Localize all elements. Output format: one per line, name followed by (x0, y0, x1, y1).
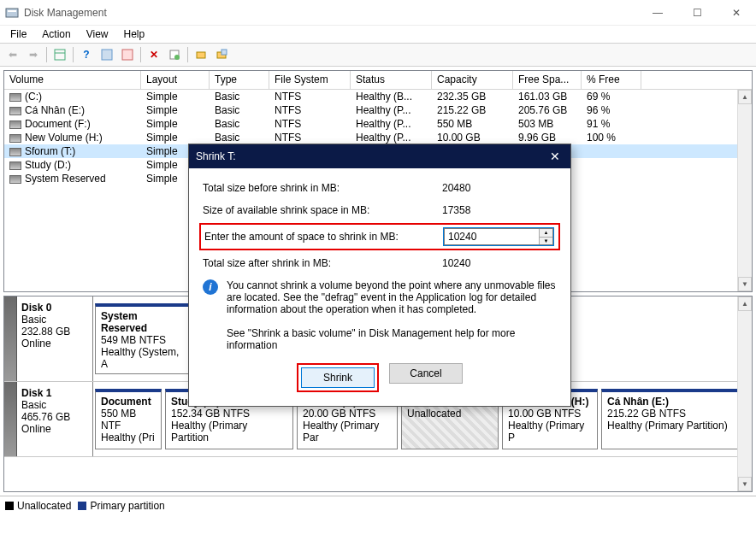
action2-icon[interactable] (212, 45, 231, 64)
total-after-value (442, 257, 545, 269)
col-volume[interactable]: Volume (4, 71, 141, 89)
svg-point-7 (174, 55, 180, 60)
legend-unallocated: Unallocated (17, 500, 71, 512)
col-filesystem[interactable]: File System (269, 71, 351, 89)
maximize-button[interactable]: ☐ (677, 0, 717, 25)
col-freespace[interactable]: Free Spa... (513, 71, 582, 89)
col-pctfree[interactable]: % Free (582, 71, 641, 89)
dialog-title: Shrink T: (196, 150, 546, 162)
app-icon (5, 6, 19, 20)
back-icon: ⬅ (3, 45, 22, 64)
drive-icon (9, 134, 21, 143)
col-type[interactable]: Type (210, 71, 269, 89)
shrink-button[interactable]: Shrink (301, 367, 375, 388)
volume-row[interactable]: Cá Nhân (E:)SimpleBasicNTFSHealthy (P...… (4, 103, 752, 117)
drive-icon (9, 93, 21, 102)
info-text-1: You cannot shrink a volume beyond the po… (227, 279, 557, 315)
volume-row[interactable]: Document (F:)SimpleBasicNTFSHealthy (P..… (4, 117, 752, 131)
total-before-label: Total size before shrink in MB: (203, 182, 442, 194)
cancel-button[interactable]: Cancel (389, 363, 463, 384)
menu-help[interactable]: Help (117, 26, 152, 42)
properties-icon[interactable] (165, 45, 184, 64)
disk-header[interactable]: Disk 0Basic232.88 GBOnline (4, 296, 93, 381)
settings-icon[interactable] (97, 45, 116, 64)
shrink-amount-stepper[interactable]: ▲ ▼ (444, 228, 553, 245)
svg-rect-5 (122, 50, 133, 60)
drive-icon (9, 107, 21, 115)
col-layout[interactable]: Layout (141, 71, 210, 89)
legend-primary: Primary partition (90, 500, 164, 512)
volume-header-row: Volume Layout Type File System Status Ca… (4, 71, 752, 90)
minimize-button[interactable]: — (638, 0, 677, 25)
forward-icon: ➡ (24, 45, 43, 64)
available-value (442, 204, 545, 216)
menu-action[interactable]: Action (35, 26, 77, 42)
menubar: File Action View Help (0, 26, 756, 43)
view-icon[interactable] (50, 45, 69, 64)
svg-rect-4 (102, 50, 112, 60)
disk-scrollbar[interactable]: ▲ ▼ (737, 296, 752, 491)
available-label: Size of available shrink space in MB: (203, 204, 442, 216)
shrink-amount-input[interactable] (445, 229, 539, 244)
dialog-close-icon[interactable]: ✕ (546, 148, 564, 165)
scroll-up-icon[interactable]: ▲ (738, 90, 752, 104)
action1-icon[interactable] (192, 45, 210, 64)
svg-rect-0 (6, 9, 18, 17)
spin-down-icon[interactable]: ▼ (540, 238, 552, 245)
shrink-dialog: Shrink T: ✕ Total size before shrink in … (188, 144, 571, 407)
menu-view[interactable]: View (80, 26, 115, 42)
titlebar: Disk Management — ☐ ✕ (0, 0, 756, 26)
total-before-value (442, 182, 545, 194)
legend: Unallocated Primary partition (0, 496, 756, 514)
disk-header[interactable]: Disk 1Basic465.76 GBOnline (4, 382, 93, 456)
delete-icon[interactable]: ✕ (145, 45, 163, 64)
toolbar: ⬅ ➡ ? ✕ (0, 43, 756, 67)
drive-icon (9, 175, 21, 184)
drive-icon (9, 120, 21, 129)
partition[interactable]: Cá Nhân (E:)215.22 GB NTFSHealthy (Prima… (601, 389, 745, 449)
dialog-titlebar[interactable]: Shrink T: ✕ (189, 144, 570, 168)
info-icon: i (203, 279, 218, 295)
enter-amount-label: Enter the amount of space to shrink in M… (204, 231, 444, 243)
menu-file[interactable]: File (3, 26, 33, 42)
close-button[interactable]: ✕ (717, 0, 756, 25)
scroll-up-icon[interactable]: ▲ (738, 296, 752, 311)
partition[interactable]: Document550 MB NTFHealthy (Pri (95, 389, 162, 449)
svg-rect-8 (197, 52, 205, 58)
scroll-down-icon[interactable]: ▼ (738, 477, 752, 491)
spin-up-icon[interactable]: ▲ (540, 229, 552, 238)
col-status[interactable]: Status (351, 71, 432, 89)
svg-rect-10 (221, 50, 227, 55)
partition[interactable]: System Reserved549 MB NTFSHealthy (Syste… (95, 303, 189, 374)
drive-icon (9, 161, 21, 170)
volume-row[interactable]: New Volume (H:)SimpleBasicNTFSHealthy (P… (4, 131, 752, 144)
scroll-down-icon[interactable]: ▼ (738, 277, 752, 291)
total-after-label: Total size after shrink in MB: (203, 257, 442, 269)
info-text-2: See "Shrink a basic volume" in Disk Mana… (227, 327, 557, 351)
volume-scrollbar[interactable]: ▲ ▼ (737, 90, 752, 291)
help-icon[interactable]: ? (77, 45, 96, 64)
window-title: Disk Management (24, 7, 638, 19)
svg-rect-2 (55, 50, 65, 60)
refresh-icon[interactable] (118, 45, 137, 64)
volume-row[interactable]: (C:)SimpleBasicNTFSHealthy (B...232.35 G… (4, 90, 752, 103)
svg-rect-1 (8, 10, 16, 12)
col-capacity[interactable]: Capacity (432, 71, 513, 89)
drive-icon (9, 148, 21, 156)
